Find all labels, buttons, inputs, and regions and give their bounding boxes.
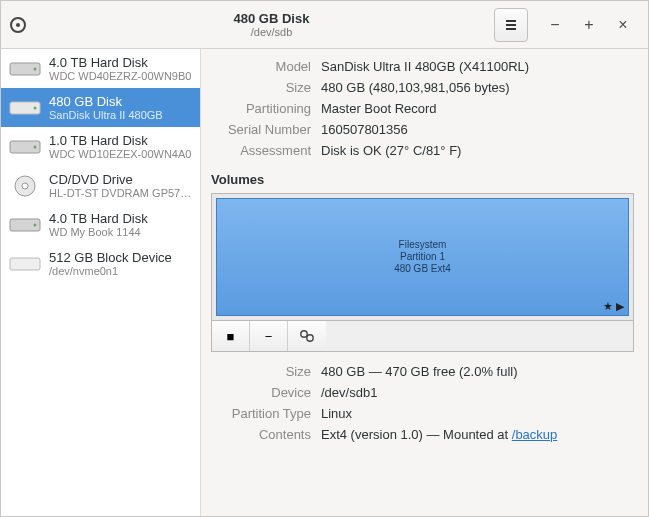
svg-rect-3: [506, 24, 516, 26]
label-serial: Serial Number: [211, 122, 311, 137]
volumes-box: Filesystem Partition 1 480 GB Ext4 ★ ▶ ■…: [211, 193, 634, 352]
drive-subtitle: SanDisk Ultra II 480GB: [49, 109, 163, 121]
minus-icon: −: [265, 329, 273, 344]
close-icon: ×: [618, 16, 627, 34]
value-partitioning: Master Boot Record: [321, 101, 634, 116]
label-assessment: Assessment: [211, 143, 311, 158]
minimize-icon: −: [550, 16, 559, 34]
close-button[interactable]: ×: [606, 8, 640, 42]
drive-item[interactable]: CD/DVD DriveHL-DT-ST DVDRAM GP57EB40: [1, 166, 200, 205]
drive-item[interactable]: 512 GB Block Device/dev/nvme0n1: [1, 244, 200, 283]
drive-subtitle: WD My Book 1144: [49, 226, 148, 238]
drive-item[interactable]: 480 GB DiskSanDisk Ultra II 480GB: [1, 88, 200, 127]
drive-title: 4.0 TB Hard Disk: [49, 211, 148, 226]
content-area: 4.0 TB Hard DiskWDC WD40EZRZ-00WN9B0 480…: [1, 49, 648, 516]
drive-item[interactable]: 1.0 TB Hard DiskWDC WD10EZEX-00WN4A0: [1, 127, 200, 166]
volumes-heading: Volumes: [211, 172, 634, 187]
drive-subtitle: WDC WD40EZRZ-00WN9B0: [49, 70, 191, 82]
play-icon: ▶: [616, 300, 624, 312]
svg-point-14: [34, 223, 37, 226]
label-size: Size: [211, 80, 311, 95]
svg-point-10: [34, 145, 37, 148]
stop-icon: ■: [227, 329, 235, 344]
volume-toolbar: ■ −: [212, 320, 633, 351]
value-model: SanDisk Ultra II 480GB (X41100RL): [321, 59, 634, 74]
value-vol-device: /dev/sdb1: [321, 385, 634, 400]
svg-point-17: [307, 335, 313, 341]
app-icon: [9, 16, 27, 34]
value-vol-contents: Ext4 (version 1.0) — Mounted at /backup: [321, 427, 634, 442]
optical-icon: [9, 174, 41, 198]
label-vol-device: Device: [211, 385, 311, 400]
drive-item[interactable]: 4.0 TB Hard DiskWD My Book 1144: [1, 205, 200, 244]
drive-title: 512 GB Block Device: [49, 250, 172, 265]
value-vol-size: 480 GB — 470 GB free (2.0% full): [321, 364, 634, 379]
hdd-icon: [9, 135, 41, 159]
drive-subtitle: HL-DT-ST DVDRAM GP57EB40: [49, 187, 192, 199]
svg-point-12: [22, 183, 28, 189]
minimize-button[interactable]: −: [538, 8, 572, 42]
drive-title: 4.0 TB Hard Disk: [49, 55, 191, 70]
label-vol-ptype: Partition Type: [211, 406, 311, 421]
app-window: 480 GB Disk /dev/sdb − + × 4.0 TB: [0, 0, 649, 517]
drive-list[interactable]: 4.0 TB Hard DiskWDC WD40EZRZ-00WN9B0 480…: [1, 49, 201, 516]
mount-point-link[interactable]: /backup: [512, 427, 558, 442]
titlebar: 480 GB Disk /dev/sdb − + ×: [1, 1, 648, 49]
value-size: 480 GB (480,103,981,056 bytes): [321, 80, 634, 95]
partition-block[interactable]: Filesystem Partition 1 480 GB Ext4 ★ ▶: [216, 198, 629, 316]
star-icon: ★: [603, 300, 613, 312]
maximize-button[interactable]: +: [572, 8, 606, 42]
partition-badges: ★ ▶: [603, 300, 624, 313]
drive-subtitle: /dev/nvme0n1: [49, 265, 172, 277]
volume-info: Size 480 GB — 470 GB free (2.0% full) De…: [211, 364, 634, 442]
partition-settings-button[interactable]: [288, 321, 326, 351]
detail-pane: Model SanDisk Ultra II 480GB (X41100RL) …: [201, 49, 648, 516]
unmount-button[interactable]: ■: [212, 321, 250, 351]
svg-point-8: [34, 106, 37, 109]
svg-point-6: [34, 67, 37, 70]
drive-title: 1.0 TB Hard Disk: [49, 133, 191, 148]
disk-info: Model SanDisk Ultra II 480GB (X41100RL) …: [211, 59, 634, 158]
delete-partition-button[interactable]: −: [250, 321, 288, 351]
label-model: Model: [211, 59, 311, 74]
drive-item[interactable]: 4.0 TB Hard DiskWDC WD40EZRZ-00WN9B0: [1, 49, 200, 88]
drive-title: 480 GB Disk: [49, 94, 163, 109]
block-device-icon: [9, 252, 41, 276]
gears-icon: [299, 329, 315, 343]
drive-menu-button[interactable]: [494, 8, 528, 42]
partition-line: 480 GB Ext4: [394, 263, 451, 275]
value-assessment: Disk is OK (27° C/81° F): [321, 143, 634, 158]
svg-rect-15: [10, 258, 40, 270]
svg-point-1: [16, 23, 20, 27]
svg-point-16: [301, 331, 307, 337]
drive-title: CD/DVD Drive: [49, 172, 192, 187]
hdd-icon: [9, 57, 41, 81]
svg-rect-4: [506, 28, 516, 30]
label-vol-contents: Contents: [211, 427, 311, 442]
drive-subtitle: WDC WD10EZEX-00WN4A0: [49, 148, 191, 160]
svg-rect-2: [506, 20, 516, 22]
window-title: 480 GB Disk: [234, 11, 310, 26]
label-partitioning: Partitioning: [211, 101, 311, 116]
partition-line: Filesystem: [399, 239, 447, 251]
value-serial: 160507801356: [321, 122, 634, 137]
hamburger-icon: [504, 18, 518, 32]
window-subtitle: /dev/sdb: [251, 26, 293, 38]
value-vol-ptype: Linux: [321, 406, 634, 421]
partition-line: Partition 1: [400, 251, 445, 263]
hdd-icon: [9, 213, 41, 237]
maximize-icon: +: [584, 16, 593, 34]
hdd-icon: [9, 96, 41, 120]
label-vol-size: Size: [211, 364, 311, 379]
contents-text: Ext4 (version 1.0) — Mounted at: [321, 427, 512, 442]
